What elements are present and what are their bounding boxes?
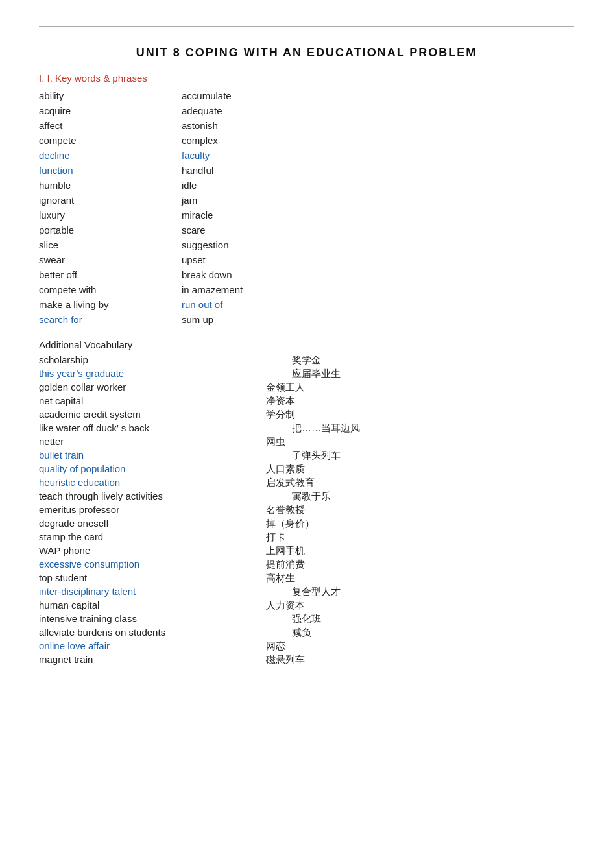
additional-cn: 子弹头列车 xyxy=(266,450,341,462)
vocab-col2-item: complex xyxy=(182,134,324,147)
vocab-col2-item: faculty xyxy=(182,149,324,162)
vocab-col1-item: acquire xyxy=(39,104,182,117)
additional-en: stamp the card xyxy=(39,531,266,544)
vocab-col2-item: in amazement xyxy=(182,283,324,296)
additional-cn: 减负 xyxy=(266,627,311,639)
additional-row: heuristic education启发式教育 xyxy=(39,477,574,489)
additional-en: human capital xyxy=(39,599,266,612)
additional-cn: 把……当耳边风 xyxy=(266,422,360,435)
additional-row: intensive training class强化班 xyxy=(39,613,574,625)
additional-cn: 掉（身价） xyxy=(266,518,315,530)
additional-en: WAP phone xyxy=(39,545,266,557)
additional-row: online love affair网恋 xyxy=(39,640,574,653)
additional-row: magnet train磁悬列车 xyxy=(39,654,574,666)
additional-row: top student高材生 xyxy=(39,572,574,585)
additional-cn: 人口素质 xyxy=(266,463,305,476)
vocab-col1-item: slice xyxy=(39,238,182,252)
vocab-col2-item: idle xyxy=(182,178,324,192)
additional-cn: 上网手机 xyxy=(266,545,305,557)
additional-cn: 名誉教授 xyxy=(266,504,305,516)
vocab-col2-item: handful xyxy=(182,163,324,177)
additional-en: top student xyxy=(39,572,266,585)
vocab-col1-item: decline xyxy=(39,149,182,162)
additional-cn: 寓教于乐 xyxy=(266,490,331,503)
additional-row: bullet train子弹头列车 xyxy=(39,450,574,462)
additional-en: magnet train xyxy=(39,654,266,666)
vocab-grid: abilityaccumulateacquireadequateaffectas… xyxy=(39,89,574,326)
additional-en: teach through lively activities xyxy=(39,490,266,503)
additional-cn: 净资本 xyxy=(266,395,295,407)
vocab-col1-item: compete with xyxy=(39,283,182,296)
page-title: UNIT 8 COPING WITH AN EDUCATIONAL PROBLE… xyxy=(39,46,574,60)
additional-row: human capital人力资本 xyxy=(39,599,574,612)
additional-en: netter xyxy=(39,436,266,448)
vocab-col1-item: search for xyxy=(39,313,182,326)
additional-row: netter网虫 xyxy=(39,436,574,448)
additional-row: WAP phone上网手机 xyxy=(39,545,574,557)
additional-rows: scholarship奖学金this year’s graduate应届毕业生g… xyxy=(39,354,574,666)
vocab-col2-item: upset xyxy=(182,253,324,267)
additional-en: like water off duck’ s back xyxy=(39,422,266,435)
additional-row: golden collar worker金领工人 xyxy=(39,381,574,394)
additional-cn: 金领工人 xyxy=(266,381,305,394)
vocab-col2-item: adequate xyxy=(182,104,324,117)
additional-en: inter-disciplinary talent xyxy=(39,586,266,598)
top-divider xyxy=(39,26,574,27)
additional-en: this year’s graduate xyxy=(39,368,266,380)
additional-cn: 启发式教育 xyxy=(266,477,315,489)
vocab-col1-item: humble xyxy=(39,178,182,192)
additional-en: academic credit system xyxy=(39,409,266,421)
vocab-col2-item: astonish xyxy=(182,119,324,132)
additional-cn: 提前消费 xyxy=(266,559,305,571)
additional-row: teach through lively activities寓教于乐 xyxy=(39,490,574,503)
additional-cn: 应届毕业生 xyxy=(266,368,341,380)
additional-cn: 网恋 xyxy=(266,640,285,653)
vocab-col2-item: sum up xyxy=(182,313,324,326)
additional-row: stamp the card打卡 xyxy=(39,531,574,544)
additional-row: like water off duck’ s back把……当耳边风 xyxy=(39,422,574,435)
additional-row: net capital净资本 xyxy=(39,395,574,407)
additional-cn: 打卡 xyxy=(266,531,285,544)
additional-row: scholarship奖学金 xyxy=(39,354,574,367)
vocab-col1-item: affect xyxy=(39,119,182,132)
additional-row: quality of population人口素质 xyxy=(39,463,574,476)
vocab-col1-item: swear xyxy=(39,253,182,267)
vocab-col2-item: suggestion xyxy=(182,238,324,252)
additional-en: scholarship xyxy=(39,354,266,367)
additional-cn: 奖学金 xyxy=(266,354,321,367)
additional-en: bullet train xyxy=(39,450,266,462)
additional-section: Additional Vocabulary scholarship奖学金this… xyxy=(39,339,574,666)
additional-cn: 学分制 xyxy=(266,409,295,421)
additional-en: degrade oneself xyxy=(39,518,266,530)
additional-cn: 磁悬列车 xyxy=(266,654,305,666)
vocab-col2-item: miracle xyxy=(182,208,324,222)
additional-row: emeritus professor名誉教授 xyxy=(39,504,574,516)
vocab-col1-item: compete xyxy=(39,134,182,147)
additional-row: academic credit system学分制 xyxy=(39,409,574,421)
additional-cn: 人力资本 xyxy=(266,599,305,612)
additional-heading: Additional Vocabulary xyxy=(39,339,574,350)
vocab-col1-item: better off xyxy=(39,268,182,282)
additional-en: net capital xyxy=(39,395,266,407)
additional-en: emeritus professor xyxy=(39,504,266,516)
vocab-col2-item: jam xyxy=(182,193,324,207)
additional-en: online love affair xyxy=(39,640,266,653)
additional-row: inter-disciplinary talent复合型人才 xyxy=(39,586,574,598)
vocab-col1-item: luxury xyxy=(39,208,182,222)
vocab-col1-item: ignorant xyxy=(39,193,182,207)
vocab-col2-item: scare xyxy=(182,223,324,237)
additional-en: golden collar worker xyxy=(39,381,266,394)
vocab-col2-item: run out of xyxy=(182,298,324,311)
additional-cn: 网虫 xyxy=(266,436,285,448)
additional-cn: 复合型人才 xyxy=(266,586,341,598)
section1-heading: I. I. Key words & phrases xyxy=(39,73,574,84)
additional-en: alleviate burdens on students xyxy=(39,627,266,639)
additional-en: quality of population xyxy=(39,463,266,476)
vocab-col1-item: ability xyxy=(39,89,182,102)
vocab-col1-item: portable xyxy=(39,223,182,237)
additional-row: excessive consumption提前消费 xyxy=(39,559,574,571)
additional-en: excessive consumption xyxy=(39,559,266,571)
additional-row: this year’s graduate应届毕业生 xyxy=(39,368,574,380)
additional-row: degrade oneself掉（身价） xyxy=(39,518,574,530)
additional-cn: 强化班 xyxy=(266,613,321,625)
